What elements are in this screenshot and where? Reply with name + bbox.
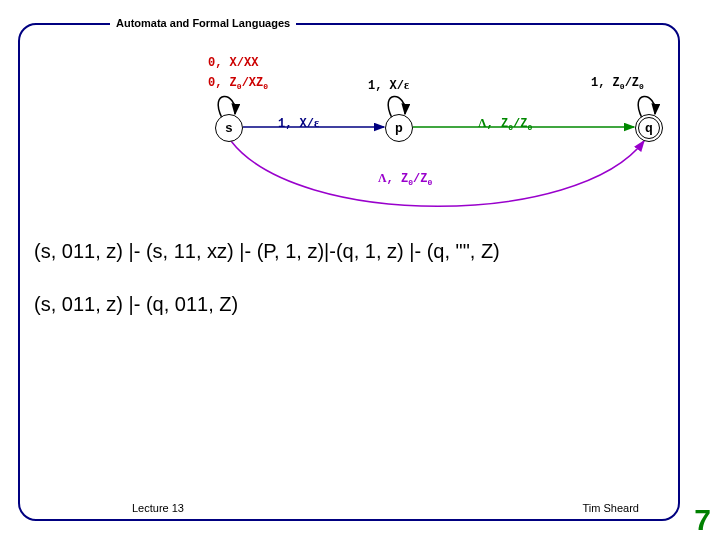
state-q: q	[635, 114, 663, 142]
state-p: p	[385, 114, 413, 142]
state-p-label: p	[395, 121, 403, 136]
lambda: Λ	[378, 171, 387, 185]
label-p-to-q-b: /Z	[513, 117, 527, 131]
footer-right: Tim Sheard	[579, 502, 643, 514]
label-p-loop: 1, X/ε	[368, 78, 409, 93]
label-q-loop-b: /Z	[625, 76, 639, 90]
label-p-to-q-a: , Z	[487, 117, 509, 131]
label-s-loop-1: 0, X/XX	[208, 56, 258, 70]
label-s-loop-2b: /XZ	[242, 76, 264, 90]
label-s-to-q-a: , Z	[387, 172, 409, 186]
label-s-to-p: 1, X/ε	[278, 116, 319, 131]
sub: 0	[427, 178, 432, 187]
state-s: s	[215, 114, 243, 142]
derivation-line-2: (s, 011, z) |- (q, 011, Z)	[34, 293, 500, 316]
lambda: Λ	[478, 116, 487, 130]
diagram-svg	[38, 38, 678, 218]
state-s-label: s	[225, 121, 233, 136]
label-p-loop-a: 1, X/	[368, 79, 404, 93]
eps: ε	[404, 78, 409, 92]
label-s-loop-2a: 0, Z	[208, 76, 237, 90]
label-s-to-p-a: 1, X/	[278, 117, 314, 131]
footer-left: Lecture 13	[128, 502, 188, 514]
state-q-accepting-ring: q	[638, 117, 660, 139]
label-q-loop: 1, Z0/Z0	[591, 76, 644, 91]
eps: ε	[314, 116, 319, 130]
label-s-to-q-b: /Z	[413, 172, 427, 186]
page-title: Automata and Formal Languages	[110, 16, 296, 30]
label-p-to-q: Λ, Z0/Z0	[478, 116, 532, 132]
sub: 0	[527, 123, 532, 132]
sub: 0	[639, 82, 644, 91]
label-s-to-q: Λ, Z0/Z0	[378, 171, 432, 187]
sub: 0	[263, 82, 268, 91]
derivation-line-1: (s, 011, z) |- (s, 11, xz) |- (P, 1, z)|…	[34, 240, 500, 263]
derivation-block: (s, 011, z) |- (s, 11, xz) |- (P, 1, z)|…	[34, 240, 500, 346]
pda-diagram: s p q 0, X/XX 0, Z0/XZ0 1, X/ε 1, X/ε 1,…	[38, 38, 678, 218]
label-s-loop-2: 0, Z0/XZ0	[208, 76, 268, 91]
page-number: 7	[694, 503, 711, 537]
label-q-loop-a: 1, Z	[591, 76, 620, 90]
state-q-label: q	[645, 121, 653, 136]
